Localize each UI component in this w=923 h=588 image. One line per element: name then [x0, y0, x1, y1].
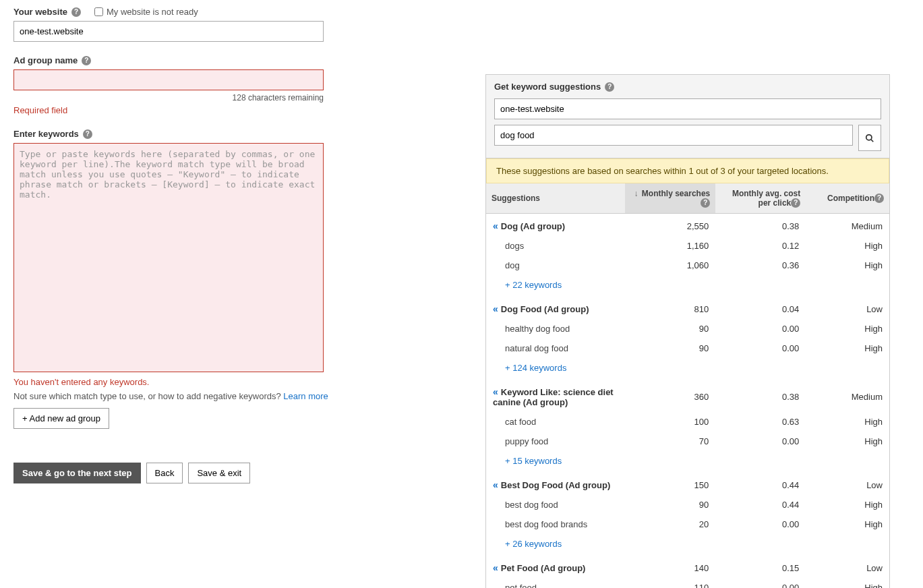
- website-not-ready-checkbox[interactable]: [94, 7, 103, 16]
- keyword-row[interactable]: dog1,0600.36High: [486, 256, 889, 275]
- chars-remaining: 128 characters remaining: [13, 93, 324, 102]
- keyword-row[interactable]: puppy food700.00High: [486, 432, 889, 451]
- col-competition[interactable]: Competition ?: [806, 183, 889, 214]
- keyword-row[interactable]: dogs1,1600.12High: [486, 236, 889, 256]
- more-keywords-link[interactable]: + 22 keywords: [486, 275, 889, 297]
- keywords-label: Enter keywords: [13, 129, 79, 139]
- keywords-textarea[interactable]: [13, 143, 324, 372]
- more-keywords-link[interactable]: + 26 keywords: [486, 534, 889, 556]
- keyword-row[interactable]: best dog food brands200.00High: [486, 514, 889, 534]
- adgroup-error: Required field: [13, 105, 337, 115]
- keyword-row[interactable]: healthy dog food900.00High: [486, 319, 889, 339]
- help-icon[interactable]: ?: [83, 129, 92, 139]
- suggestion-group-row: «Dog (Ad group)2,5500.38Medium: [486, 214, 889, 237]
- help-icon[interactable]: ?: [701, 198, 710, 208]
- help-icon[interactable]: ?: [605, 82, 614, 92]
- back-button[interactable]: Back: [146, 463, 183, 483]
- help-icon[interactable]: ?: [71, 7, 81, 17]
- help-icon[interactable]: ?: [874, 194, 884, 203]
- keyword-row[interactable]: cat food1000.63High: [486, 412, 889, 432]
- save-next-button[interactable]: Save & go to the next step: [13, 463, 141, 483]
- add-adgroup-button[interactable]: + Add new ad group: [13, 408, 109, 429]
- adgroup-input[interactable]: [13, 69, 324, 90]
- chevron-left-icon[interactable]: «: [493, 562, 498, 573]
- save-exit-button[interactable]: Save & exit: [188, 463, 250, 483]
- keyword-row[interactable]: best dog food900.44High: [486, 495, 889, 514]
- website-input[interactable]: [13, 21, 324, 42]
- col-cpc[interactable]: Monthly avg. cost per click ?: [715, 183, 806, 214]
- chevron-left-icon[interactable]: «: [493, 479, 498, 490]
- learn-more-link[interactable]: Learn more: [283, 391, 328, 401]
- suggestions-search-input[interactable]: [494, 125, 853, 146]
- help-icon[interactable]: ?: [82, 56, 91, 65]
- match-hint: Not sure which match type to use, or how…: [13, 391, 283, 401]
- adgroup-label: Ad group name: [13, 55, 78, 65]
- panel-title: Get keyword suggestions: [494, 82, 601, 92]
- search-button[interactable]: [858, 125, 881, 151]
- keywords-error: You haven't entered any keywords.: [13, 377, 337, 387]
- suggestion-group-row: «Pet Food (Ad group)1400.15Low: [486, 556, 889, 578]
- more-keywords-link[interactable]: + 124 keywords: [486, 358, 889, 380]
- search-icon: [865, 134, 874, 143]
- help-icon[interactable]: ?: [791, 198, 800, 208]
- suggestions-site-input[interactable]: [494, 98, 881, 119]
- suggestion-group-row: «Dog Food (Ad group)8100.04Low: [486, 297, 889, 319]
- col-monthly-searches[interactable]: ↓ Monthly searches ?: [625, 183, 715, 214]
- svg-point-0: [866, 134, 872, 140]
- website-label: Your website: [13, 7, 67, 17]
- svg-line-1: [871, 139, 874, 142]
- sort-down-icon: ↓: [634, 189, 638, 198]
- website-not-ready-label: My website is not ready: [107, 7, 198, 17]
- chevron-left-icon[interactable]: «: [493, 303, 498, 314]
- keyword-row[interactable]: natural dog food900.00High: [486, 339, 889, 358]
- col-suggestions[interactable]: Suggestions: [486, 183, 625, 214]
- suggestion-group-row: «Keyword Like: science diet canine (Ad g…: [486, 380, 889, 412]
- chevron-left-icon[interactable]: «: [493, 220, 498, 231]
- location-notice: These suggestions are based on searches …: [486, 158, 889, 183]
- keyword-row[interactable]: pet food1100.00High: [486, 578, 889, 588]
- suggestion-group-row: «Best Dog Food (Ad group)1500.44Low: [486, 473, 889, 495]
- more-keywords-link[interactable]: + 15 keywords: [486, 451, 889, 473]
- chevron-left-icon[interactable]: «: [493, 386, 498, 397]
